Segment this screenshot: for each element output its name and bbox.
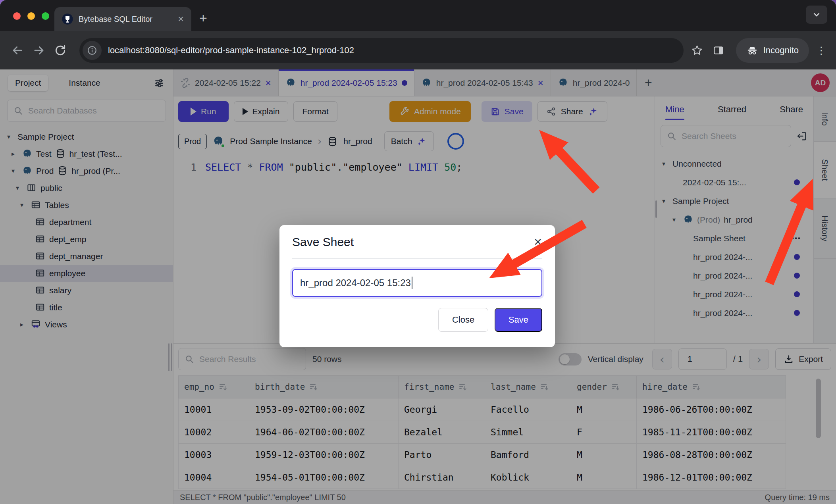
zoom-window-button[interactable] [42, 12, 49, 20]
macos-traffic-lights[interactable] [13, 12, 49, 20]
minimize-window-button[interactable] [27, 12, 35, 20]
dialog-save-button[interactable]: Save [495, 308, 542, 332]
site-info-icon[interactable] [83, 41, 102, 60]
reload-icon [54, 44, 67, 57]
tab-search-chevron-button[interactable] [806, 6, 827, 24]
arrow-right-icon [32, 44, 46, 57]
bytebase-favicon-icon [62, 13, 73, 25]
chevron-down-icon [812, 10, 821, 19]
star-icon [691, 44, 703, 56]
incognito-badge[interactable]: Incognito [736, 38, 809, 63]
forward-button[interactable] [31, 42, 47, 58]
address-bar[interactable]: localhost:8080/sql-editor/prod-sample-in… [79, 38, 684, 63]
url-text: localhost:8080/sql-editor/prod-sample-in… [108, 45, 354, 56]
arrow-left-icon [11, 44, 24, 57]
tab-close-icon[interactable]: ✕ [177, 14, 184, 24]
close-window-button[interactable] [13, 12, 21, 20]
dialog-divider [292, 258, 542, 259]
bookmark-star-button[interactable] [689, 42, 705, 58]
save-sheet-dialog: Save Sheet ✕ hr_prod 2024-02-05 15:23 Cl… [279, 225, 555, 347]
browser-tabstrip: Bytebase SQL Editor ✕ + [0, 0, 836, 31]
incognito-label: Incognito [763, 45, 799, 56]
incognito-icon [746, 44, 758, 56]
sheet-name-input[interactable]: hr_prod 2024-02-05 15:23 [292, 269, 542, 297]
browser-tab[interactable]: Bytebase SQL Editor ✕ [54, 7, 191, 31]
sheet-name-value: hr_prod 2024-02-05 15:23 [300, 277, 411, 289]
new-tab-button[interactable]: + [199, 11, 207, 25]
browser-toolbar: localhost:8080/sql-editor/prod-sample-in… [0, 31, 836, 69]
split-view-icon [713, 44, 724, 56]
side-panel-button[interactable] [711, 42, 726, 58]
browser-menu-button[interactable]: ⋮ [816, 44, 826, 56]
dialog-title: Save Sheet [292, 235, 354, 249]
dialog-close-icon[interactable]: ✕ [534, 236, 542, 248]
browser-tab-title: Bytebase SQL Editor [79, 15, 172, 24]
text-caret [412, 277, 412, 289]
back-button[interactable] [10, 42, 25, 58]
reload-button[interactable] [52, 42, 68, 58]
dialog-close-button[interactable]: Close [438, 308, 488, 332]
